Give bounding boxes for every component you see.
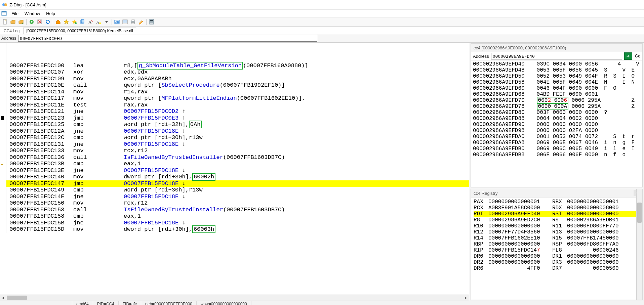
memory-panel: cc4 [000002986A9E0000, 000002986A9F1000)… [471,43,643,187]
print-icon[interactable] [129,18,137,26]
memory-row[interactable]: 000002986A9EFD78 0000 000A 0000 295A Z [473,103,640,110]
go-button-icon[interactable]: ➔ [624,52,632,60]
memory-row[interactable]: 000002986A9EFD90 0000 0000 0000 0000 [473,122,640,128]
toolbar: A A AB [0,17,644,27]
asm-row[interactable]: 00007FFB15FDC12Ccmpword ptr [rdi+30h],r1… [6,134,469,141]
asm-row[interactable]: 00007FFB15FDC125cmpword ptr [rdi+32h],0A… [6,121,469,128]
memory-row[interactable]: 000002986A9EFDB0 0069 006C 0065 0049i l … [473,146,640,152]
svg-rect-17 [99,23,101,24]
separator-icon [53,19,53,25]
register-row[interactable]: R8 000002986A9ED2C0R9 000002986A9EDB01 [474,217,640,223]
svg-point-29 [152,21,153,22]
asm-row[interactable]: 00007FFB15FDC136callIsFileOwnedByTrusted… [6,154,469,161]
asm-row[interactable]: 00007FFB15FDC13Bcmpeax,1 [6,161,469,167]
memory-row[interactable]: 000002986A9EFD80 003F 0000 0000 0000? [473,110,640,116]
asm-row[interactable]: 00007FFB15FDC121jne00007FFB15FDC0D2 ↑ [6,108,469,115]
scroll-right-icon[interactable]: ► [463,295,469,301]
new-file-icon[interactable] [1,18,9,26]
asm-row[interactable]: 00007FFB15FDC109movecx,0ABABABABh [6,76,469,82]
dropdown-icon[interactable] [103,18,110,26]
asm-row[interactable]: 00007FFB15FDC149cmpword ptr [rdi+30h],r1… [6,187,469,193]
horizontal-scrollbar[interactable]: ◄ ► [0,295,469,301]
tab-asm[interactable]: [00007FFB15FD0000, 00007FFB161B8000) Ker… [23,28,136,34]
asm-row[interactable]: 00007FFB15FDC147jmp00007FFB15FDC18E ↓ [6,180,469,187]
asm-row[interactable]: 00007FFB15FDC11Etestrax,rax [6,102,469,108]
memory-row[interactable]: 000002986A9EFD58 004E 005F 0049 004EN _ … [473,79,640,85]
memory-view[interactable]: 000002986A9EFD40 039C 0034 0000 0056 4 V… [471,60,642,159]
font-icon[interactable]: A [87,18,94,26]
settings-icon[interactable] [137,18,145,26]
menu-help[interactable]: Help [43,10,58,17]
svg-rect-14 [81,19,84,23]
asm-row[interactable]: 00007FFB15FDC150movrcx,r12 [6,200,469,207]
address-input[interactable] [18,35,317,42]
open-recent-icon[interactable] [17,18,25,26]
open-folder-icon[interactable] [9,18,17,26]
highlight-icon[interactable]: A [95,18,102,26]
scroll-left-icon[interactable]: ◄ [0,295,6,301]
register-row[interactable]: RDI000002986A9EFD40RSI0000000000000000 [474,211,640,217]
register-row[interactable]: RIP00007FFB15FDC147FLG 00000246 [474,247,640,253]
memory-row[interactable]: 000002986A9EFD48 0053 005F 0056 0045S _ … [473,67,640,73]
svg-marker-18 [105,21,108,23]
registers-view[interactable]: RAX0000000000000001RBX0000000000000001RC… [471,198,642,273]
asm-row[interactable]: 00007FFB15FDC117movqword ptr [MFPlatform… [6,95,469,102]
scroll-thumb[interactable] [7,296,27,300]
select-icon[interactable]: AB [113,18,121,26]
asm-row[interactable]: 00007FFB15FDC123jmp00007FFB15FDC0E3 ↑ [6,115,469,122]
asm-row[interactable]: 00007FFB15FDC13Ejne00007FFB15FDC18E ↓ [6,167,469,174]
breakpoint-icon[interactable] [1,116,4,120]
tab-log[interactable]: CC4 Log [1,28,23,34]
bookmark-icon[interactable] [71,18,78,26]
register-row[interactable]: DR6 4FF0DR7 00000500 [474,265,640,271]
asm-row[interactable]: 00007FFB15FDC114movr14,rax [6,89,469,95]
asm-row[interactable]: 00007FFB15FDC100lear8,[g_SbModuleTable_G… [6,62,469,69]
run-icon[interactable] [28,18,35,26]
register-row[interactable]: R1400007FFB1602EE10R1500007FFB17450000 [474,235,640,241]
home-icon[interactable] [54,18,62,26]
register-row[interactable]: DR20000000000000000DR30000000000000000 [474,259,640,265]
asm-row[interactable]: 00007FFB15FDC12Ajne00007FFB15FDC18E ↓ [6,128,469,135]
asm-row[interactable]: 00007FFB15FDC10Ecallqword ptr [SbSelectP… [6,82,469,89]
calculator-icon[interactable] [148,18,155,26]
favorite-icon[interactable] [63,18,70,26]
memory-row[interactable]: 000002986A9EFDA8 0069 006E 0067 0046i n … [473,140,640,146]
asm-row[interactable]: 00007FFB15FDC158cmpeax,1 [6,213,469,220]
menu-file[interactable]: File [9,10,21,17]
register-row[interactable]: RAX0000000000000001RBX0000000000000001 [474,199,640,205]
svg-point-27 [150,21,151,22]
register-row[interactable]: DR00000000000000000DR10000000000000000 [474,253,640,259]
register-row[interactable]: R1200007FF77D4F8560R130000000000000000 [474,229,640,235]
title-bar: Z-Dbg - [CC4 Asm] [0,0,644,10]
copy-icon[interactable] [79,18,86,26]
go-label[interactable]: Go [635,54,640,58]
memory-row[interactable]: 000002986A9EFD60 0046 004F 0000 0000F O [473,85,640,91]
gutter [0,43,6,233]
refresh-icon[interactable] [44,18,51,26]
register-row[interactable]: RBP0000000000000000RSP000000FD800FF7A0 [474,241,640,247]
memory-row[interactable]: 000002986A9EFD50 0052 0053 0049 004FR S … [473,73,640,79]
asm-row[interactable]: 00007FFB15FDC153callIsFileOwnedByTrusted… [6,207,469,213]
memory-row[interactable]: 000002986A9EFDA0 0001 0053 0074 0072 S t… [473,134,640,140]
register-row[interactable]: RCXA0B3E901A58C0000RDX0000000000008000 [474,205,640,211]
memory-row[interactable]: 000002986A9EFD88 0004 0004 0002 0000 [473,116,640,122]
asm-row[interactable]: 00007FFB15FDC131jne00007FFB15FDC18E ↓ [6,141,469,148]
scroll-thumb[interactable] [637,203,642,223]
disassembly-pane[interactable]: 00007FFB15FDC100lear8,[g_SbModuleTable_G… [0,43,469,301]
asm-row[interactable]: 00007FFB15FDC15Bjne00007FFB15FDC18E ↓ [6,220,469,226]
vertical-scrollbar[interactable] [636,189,642,300]
asm-row[interactable]: 00007FFB15FDC107xoredx,edx [6,69,469,76]
menu-window[interactable]: Window [22,10,43,17]
asm-row[interactable]: 00007FFB15FDC133movrcx,r12 [6,147,469,154]
asm-row[interactable]: 00007FFB15FDC14Ejne00007FFB15FDC18E ↓ [6,193,469,200]
asm-row[interactable]: 00007FFB15FDC140movdword ptr [rdi+30h],6… [6,174,469,180]
list-icon[interactable] [121,18,129,26]
stop-icon[interactable] [36,18,43,26]
memory-row[interactable]: 000002986A9EFDB8 006E 0066 006F 0000n f … [473,152,640,158]
memory-row[interactable]: 000002986A9EFD98 0000 0000 02FA 0000 [473,128,640,134]
svg-point-1 [4,3,7,6]
asm-row[interactable]: 00007FFB15FDC15Dmovdword ptr [rdi+30h],6… [6,226,469,233]
memory-address-input[interactable] [491,53,622,59]
memory-row[interactable]: 000002986A9EFD40 039C 0034 0000 0056 4 V [473,61,640,67]
register-row[interactable]: R100000000000000000R11000000FD800FF770 [474,223,640,229]
